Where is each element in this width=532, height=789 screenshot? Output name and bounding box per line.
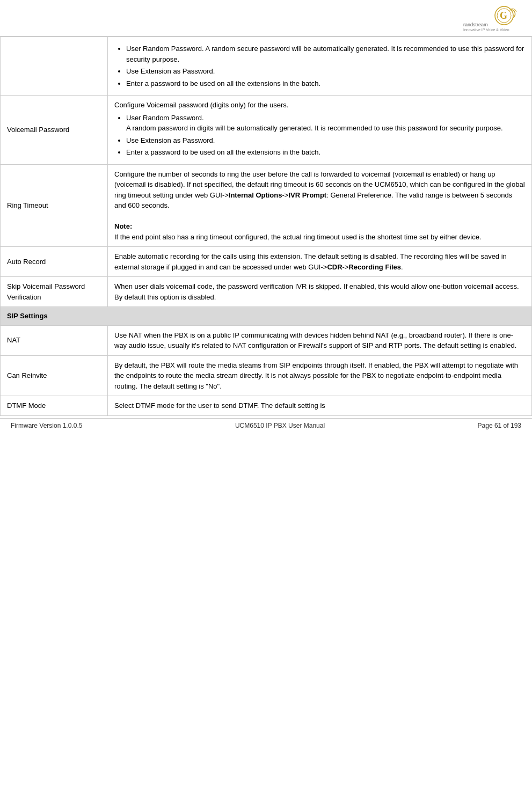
sip-settings-header: SIP Settings — [1, 307, 532, 326]
grandstream-logo: G randstream Innovative IP Voice & Video — [462, 6, 521, 33]
voicemail-password-content: Configure Voicemail password (digits onl… — [108, 96, 532, 165]
page-footer: Firmware Version 1.0.0.5 UCM6510 IP PBX … — [0, 418, 532, 433]
list-item: Enter a password to be used on all the e… — [126, 147, 525, 158]
table-row: User Random Password. A random secure pa… — [1, 37, 532, 96]
logo-area: G randstream Innovative IP Voice & Video — [457, 4, 521, 34]
page-wrapper: G randstream Innovative IP Voice & Video… — [0, 0, 532, 433]
list-item: Use Extension as Password. — [126, 66, 525, 77]
table-row: Can Reinvite By default, the PBX will ro… — [1, 355, 532, 396]
svg-text:Innovative IP Voice & Video: Innovative IP Voice & Video — [463, 28, 509, 32]
bold-ivr-prompt: IVR Prompt — [288, 191, 326, 199]
can-reinvite-content: By default, the PBX will route the media… — [108, 355, 532, 396]
ring-timeout-label: Ring Timeout — [1, 164, 108, 247]
bold-internal-options: Internal Options — [229, 191, 282, 199]
firmware-version: Firmware Version 1.0.0.5 — [11, 422, 82, 429]
table-row: Auto Record Enable automatic recording f… — [1, 247, 532, 277]
row-label — [1, 37, 108, 96]
page-header: G randstream Innovative IP Voice & Video — [0, 0, 532, 36]
skip-voicemail-content: When user dials voicemail code, the pass… — [108, 277, 532, 307]
auto-record-label: Auto Record — [1, 247, 108, 277]
auto-record-content: Enable automatic recording for the calls… — [108, 247, 532, 277]
table-row: Voicemail Password Configure Voicemail p… — [1, 96, 532, 165]
svg-text:G: G — [500, 10, 507, 21]
table-row: Skip Voicemail Password Verification Whe… — [1, 277, 532, 307]
page-number: Page 61 of 193 — [478, 422, 521, 429]
table-row: DTMF Mode Select DTMF mode for the user … — [1, 396, 532, 416]
can-reinvite-label: Can Reinvite — [1, 355, 108, 396]
skip-voicemail-label: Skip Voicemail Password Verification — [1, 277, 108, 307]
row-content: User Random Password. A random secure pa… — [108, 37, 532, 96]
dtmf-mode-content: Select DTMF mode for the user to send DT… — [108, 396, 532, 416]
content-table: User Random Password. A random secure pa… — [0, 36, 532, 416]
ring-timeout-content: Configure the number of seconds to ring … — [108, 164, 532, 247]
list-item: User Random Password. A random password … — [126, 113, 525, 134]
list-item: User Random Password. A random secure pa… — [126, 43, 525, 64]
nat-content: Use NAT when the PBX is on a public IP c… — [108, 325, 532, 355]
sip-settings-header-row: SIP Settings — [1, 307, 532, 326]
list-item: Use Extension as Password. — [126, 135, 525, 146]
list-item: Enter a password to be used on all the e… — [126, 78, 525, 89]
nat-label: NAT — [1, 325, 108, 355]
bold-recording-files: Recording Files — [348, 263, 401, 271]
dtmf-mode-label: DTMF Mode — [1, 396, 108, 416]
table-row: Ring Timeout Configure the number of sec… — [1, 164, 532, 247]
bold-cdr: CDR — [327, 263, 342, 271]
voicemail-password-label: Voicemail Password — [1, 96, 108, 165]
svg-text:randstream: randstream — [463, 22, 488, 27]
table-row: NAT Use NAT when the PBX is on a public … — [1, 325, 532, 355]
manual-title: UCM6510 IP PBX User Manual — [235, 422, 325, 429]
